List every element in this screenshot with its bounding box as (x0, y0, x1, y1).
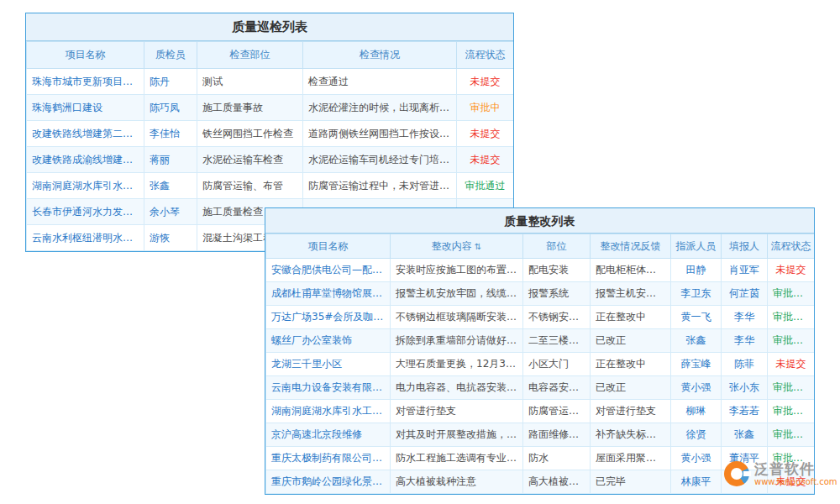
status-badge: 未提交 (457, 121, 514, 147)
inspection-result: 道路两侧铁丝网围挡工作按设计... (303, 121, 457, 147)
status-badge: 未提交 (768, 259, 815, 282)
project-name[interactable]: 珠海市城市更新项目紫... (27, 69, 144, 95)
feedback: 补齐缺失标志... (591, 423, 671, 447)
assignee-name: 李卫东 (671, 282, 722, 306)
column-label: 流程状态 (771, 240, 811, 252)
inspector-name: 游恢 (144, 225, 197, 251)
part: 配电安装 (523, 259, 591, 282)
column-label: 项目名称 (66, 49, 106, 60)
column-header-status-badge[interactable]: 流程状态 (768, 234, 815, 259)
column-header-inspection-part[interactable]: 检查部位 (197, 42, 303, 69)
project-name[interactable]: 云南电力设备安装有限公司20... (266, 376, 391, 400)
column-header-status-badge[interactable]: 流程状态 (457, 42, 514, 69)
column-header-assignee-name[interactable]: 指派人员 (671, 234, 722, 259)
inspector-name: 李佳怡 (144, 121, 197, 147)
project-name[interactable]: 改建铁路线增建第二线... (27, 121, 144, 147)
inspection-result: 检查通过 (303, 69, 457, 95)
status-badge: 未提交 (457, 147, 514, 173)
assignee-name: 柳琳 (671, 400, 722, 423)
feedback: 已改正 (591, 329, 671, 353)
feedback: 已改正 (591, 376, 671, 400)
column-header-project-name[interactable]: 项目名称 (266, 234, 391, 259)
table-row[interactable]: 湖南洞庭湖水库引水工...张鑫防腐管运输、布管防腐管运输过程中，未对管进行...… (27, 173, 514, 199)
table-row[interactable]: 湖南洞庭湖水库引水工程施工...对管进行垫支防腐管运输...对管进行垫支柳琳李若… (266, 400, 815, 423)
status-badge: 审批中 (457, 95, 514, 121)
rectify-content: 对管进行垫支 (391, 400, 523, 423)
reporter-name: 李华 (722, 306, 768, 329)
inspector-name: 张鑫 (144, 173, 197, 199)
reporter-name: 李若若 (722, 400, 768, 423)
inspection-part: 施工质量事故 (197, 95, 303, 121)
rectify-table: 项目名称整改内容⇅部位整改情况反馈指派人员填报人流程状态 安徽合肥供电公司—配电… (265, 234, 815, 494)
column-label: 检查情况 (360, 49, 400, 60)
assignee-name: 黄一飞 (671, 306, 722, 329)
feedback: 对管进行垫支 (591, 400, 671, 423)
rectify-table-header: 项目名称整改内容⇅部位整改情况反馈指派人员填报人流程状态 (266, 234, 815, 259)
column-label: 填报人 (729, 240, 759, 252)
table-row[interactable]: 螺丝厂办公室装饰拆除到承重墙部分请做好加固...二至三楼混...已改正张鑫李华审… (266, 329, 815, 353)
project-name[interactable]: 龙湖三千里小区 (266, 353, 391, 376)
column-header-rectify-content[interactable]: 整改内容⇅ (391, 234, 523, 259)
feedback: 配电柜柜体与... (591, 259, 671, 282)
table-row[interactable]: 云南电力设备安装有限公司20...电力电容器、电抗器安装方案...电容器安装..… (266, 376, 815, 400)
table-row[interactable]: 京沪高速北京段维修对其及时开展整改措施，桥头...路面维修检...补齐缺失标志.… (266, 423, 815, 447)
column-header-feedback[interactable]: 整改情况反馈 (591, 234, 671, 259)
status-badge: 未提交 (457, 69, 514, 95)
table-row[interactable]: 成都杜甫草堂博物馆展厅独立展...报警主机安放牢固，线缆连接...报警系统报警主… (266, 282, 815, 306)
project-name[interactable]: 安徽合肥供电公司—配电设备... (266, 259, 391, 282)
table-row[interactable]: 龙湖三千里小区大理石质量更换，12月31日之...小区大门正在整改中薛宝峰陈菲未… (266, 353, 815, 376)
rectify-list-panel: 质量整改列表 项目名称整改内容⇅部位整改情况反馈指派人员填报人流程状态 安徽合肥… (265, 207, 815, 495)
assignee-name: 田静 (671, 259, 722, 282)
column-label: 整改情况反馈 (601, 240, 661, 252)
column-header-inspection-result[interactable]: 检查情况 (303, 42, 457, 69)
project-name[interactable]: 长春市伊通河水力发电... (27, 199, 144, 225)
rectify-content: 对其及时开展整改措施，桥头... (391, 423, 523, 447)
project-name[interactable]: 京沪高速北京段维修 (266, 423, 391, 447)
project-name[interactable]: 万达广场35#会所及咖啡厅空... (266, 306, 391, 329)
project-name[interactable]: 珠海鹤洲口建设 (27, 95, 144, 121)
table-row[interactable]: 珠海市城市更新项目紫...陈丹测试检查通过未提交 (27, 69, 514, 95)
project-name[interactable]: 湖南洞庭湖水库引水工... (27, 173, 144, 199)
part: 电容器安装... (523, 376, 591, 400)
project-name[interactable]: 改建铁路成渝线增建第... (27, 147, 144, 173)
reporter-name: 陈菲 (722, 353, 768, 376)
sort-icon[interactable]: ⇅ (475, 242, 481, 251)
part: 二至三楼混... (523, 329, 591, 353)
inspection-part: 水泥砼运输车检查 (197, 147, 303, 173)
column-header-part[interactable]: 部位 (523, 234, 591, 259)
assignee-name: 林康平 (671, 470, 722, 494)
reporter-name: 张小东 (722, 376, 768, 400)
table-row[interactable]: 安徽合肥供电公司—配电设备...安装时应按施工图的布置，将...配电安装配电柜柜… (266, 259, 815, 282)
status-badge: 审批通过 (768, 400, 815, 423)
table-row[interactable]: 万达广场35#会所及咖啡厅空...不锈钢边框玻璃隔断安装不牢...不锈钢安装..… (266, 306, 815, 329)
project-name[interactable]: 湖南洞庭湖水库引水工程施工... (266, 400, 391, 423)
inspection-part: 防腐管运输、布管 (197, 173, 303, 199)
project-name[interactable]: 成都杜甫草堂博物馆展厅独立展... (266, 282, 391, 306)
table-row[interactable]: 改建铁路成渝线增建第...蒋丽水泥砼运输车检查水泥砼运输车司机经过专门培训...… (27, 147, 514, 173)
table-row[interactable]: 珠海鹤洲口建设陈巧凤施工质量事故水泥砼灌注的时候，出现离析现象审批中 (27, 95, 514, 121)
project-name[interactable]: 螺丝厂办公室装饰 (266, 329, 391, 353)
part: 报警系统 (523, 282, 591, 306)
assignee-name: 薛宝峰 (671, 353, 722, 376)
part: 路面维修检... (523, 423, 591, 447)
brand-url: www.fanpusoft.com (754, 477, 837, 486)
rectify-content: 防水工程施工选调有专业资质... (391, 447, 523, 470)
assignee-name: 黄小强 (671, 447, 722, 470)
table-row[interactable]: 改建铁路线增建第二线...李佳怡铁丝网围挡工作检查道路两侧铁丝网围挡工作按设计.… (27, 121, 514, 147)
part: 小区大门 (523, 353, 591, 376)
project-name[interactable]: 云南水利枢纽潜明水库... (27, 225, 144, 251)
column-header-inspector-name[interactable]: 质检员 (144, 42, 197, 69)
assignee-name: 黄小强 (671, 376, 722, 400)
brand-name: 泛普软件 (754, 461, 837, 477)
fanpu-logo-icon (724, 461, 749, 486)
inspector-name: 陈丹 (144, 69, 197, 95)
part: 防腐管运输... (523, 400, 591, 423)
project-name[interactable]: 重庆市鹅岭公园绿化景观提升... (266, 470, 391, 494)
assignee-name: 徐贤 (671, 423, 722, 447)
status-badge: 审批通过 (768, 376, 815, 400)
part: 不锈钢安装... (523, 306, 591, 329)
project-name[interactable]: 重庆太极制药有限公司亳州中... (266, 447, 391, 470)
column-header-project-name[interactable]: 项目名称 (27, 42, 144, 69)
inspection-result: 水泥砼灌注的时候，出现离析现象 (303, 95, 457, 121)
column-header-reporter-name[interactable]: 填报人 (722, 234, 768, 259)
